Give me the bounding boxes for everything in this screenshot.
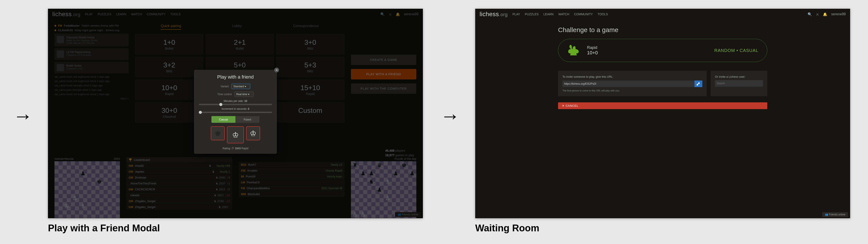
cancel-button[interactable]: CANCEL <box>558 102 767 109</box>
flow-arrow-2: → <box>440 105 460 127</box>
nav-learn[interactable]: LEARN <box>544 12 554 16</box>
invite-panels: To invite someone to play, give this URL… <box>558 71 767 96</box>
color-picker: ♚ ♔ ♔ <box>199 126 272 143</box>
challenge-page: Challenge to a game Rapid 10+0 RANDOM • … <box>558 26 767 109</box>
challenge-url-input[interactable] <box>562 81 694 87</box>
variant-label: Variant <box>221 85 229 88</box>
site-logo[interactable]: lichess.org <box>479 11 508 18</box>
nav-puzzles[interactable]: PUZZLES <box>525 12 539 16</box>
user-search-input[interactable] <box>715 80 763 87</box>
rated-toggle[interactable]: Rated <box>236 116 259 123</box>
friends-online[interactable]: 👥 Friends online <box>822 212 848 217</box>
invite-label: To invite someone to play, give this URL… <box>562 75 702 78</box>
modal-rating: Rating: ⏱ 1643 Rapid <box>199 147 272 150</box>
time-control-select[interactable]: Real time ▾ <box>234 92 253 97</box>
increment-label: Increment in seconds: <box>221 107 247 110</box>
minutes-label: Minutes per side: <box>224 100 244 103</box>
nav-tools[interactable]: TOOLS <box>598 12 608 16</box>
play-friend-modal: ✕ Play with a friend Variant Standard ▾ … <box>194 70 277 154</box>
color-white-button[interactable]: ♔ <box>246 126 260 140</box>
close-icon[interactable]: ✕ <box>274 67 279 73</box>
minutes-value: 10 <box>244 100 247 103</box>
caption-modal: Play with a Friend Modal <box>48 223 160 234</box>
screenshot-play-modal: lichess.org PLAY PUZZLES LEARN WATCH COM… <box>48 9 423 218</box>
time-control: 10+0 <box>587 50 598 56</box>
increment-value: 0 <box>248 107 249 110</box>
flow-arrow-1: → <box>13 105 33 127</box>
challenge-tags: RANDOM • CASUAL <box>714 48 758 53</box>
perf-label: Rapid <box>587 46 598 50</box>
bell-icon[interactable]: 🔔 <box>823 12 827 17</box>
top-nav: lichess.org PLAY PUZZLES LEARN WATCH COM… <box>475 9 850 20</box>
challenge-icon[interactable]: ⚔ <box>816 12 819 17</box>
nav-watch[interactable]: WATCH <box>558 12 569 16</box>
color-random-button[interactable]: ♔ <box>227 126 244 143</box>
or-invite-label: Or invite a Lichess user: <box>715 75 763 78</box>
increment-slider[interactable] <box>199 112 272 113</box>
time-control-label: Time control <box>217 93 232 96</box>
mode-toggle: Casual Rated <box>212 116 259 123</box>
invite-url-panel: To invite someone to play, give this URL… <box>558 71 707 96</box>
invite-hint: The first person to come to this URL wil… <box>562 89 702 92</box>
page-title: Challenge to a game <box>558 26 767 34</box>
search-icon[interactable]: 🔍 <box>808 12 812 17</box>
color-black-button[interactable]: ♚ <box>211 126 225 140</box>
nav-links: PLAY PUZZLES LEARN WATCH COMMUNITY TOOLS <box>513 12 608 16</box>
minutes-slider[interactable] <box>199 104 272 105</box>
nav-community[interactable]: COMMUNITY <box>574 12 593 16</box>
copy-link-button[interactable] <box>694 81 702 87</box>
variant-select[interactable]: Standard ▾ <box>231 84 250 89</box>
rapid-icon: ⏱ <box>231 147 234 150</box>
challenge-summary-card: Rapid 10+0 RANDOM • CASUAL <box>558 39 767 62</box>
invite-user-panel: Or invite a Lichess user: <box>711 71 767 96</box>
caption-waiting: Waiting Room <box>475 223 539 234</box>
nav-play[interactable]: PLAY <box>513 12 520 16</box>
username[interactable]: serene99 <box>831 12 846 16</box>
modal-title: Play with a friend <box>199 74 272 80</box>
casual-toggle[interactable]: Casual <box>212 116 236 123</box>
link-icon <box>697 82 700 86</box>
rapid-icon <box>567 43 582 58</box>
screenshot-waiting-room: lichess.org PLAY PUZZLES LEARN WATCH COM… <box>475 9 850 218</box>
